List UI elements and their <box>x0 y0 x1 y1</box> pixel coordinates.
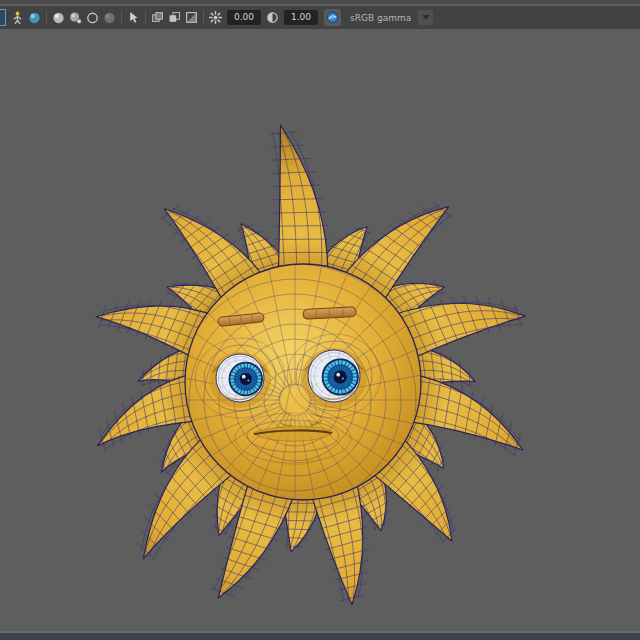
viewport-3d[interactable]: persp <box>0 29 640 631</box>
masked-square-icon[interactable] <box>184 10 199 25</box>
stacked-squares-icon[interactable] <box>167 10 182 25</box>
chevron-down-icon <box>422 15 430 20</box>
toolbar-separator <box>121 10 122 25</box>
exposure-icon[interactable] <box>208 10 223 25</box>
bottom-band <box>0 633 640 640</box>
toolbar-separator <box>203 10 204 25</box>
overlap-squares-icon[interactable] <box>150 10 165 25</box>
panel-toolbar: 0.00 1.00 sRGB gamma <box>0 0 640 29</box>
toolbar-icon-row: 0.00 1.00 sRGB gamma <box>0 6 640 29</box>
wireframe-circle-icon[interactable] <box>85 10 100 25</box>
character-icon[interactable] <box>10 10 25 25</box>
exposure-field[interactable]: 0.00 <box>227 10 261 25</box>
select-cursor-icon[interactable] <box>126 10 141 25</box>
gamma-field[interactable]: 1.00 <box>284 10 318 25</box>
dropdown-arrow-button[interactable] <box>418 10 433 25</box>
gamma-icon[interactable] <box>265 10 280 25</box>
toolbar-separator <box>46 10 47 25</box>
shaded-sphere-icon[interactable] <box>27 10 42 25</box>
view-transform-value: sRGB gamma <box>347 13 418 23</box>
sun-model[interactable] <box>0 29 640 640</box>
material-sphere-icon[interactable] <box>68 10 83 25</box>
selected-display-toggle-icon[interactable] <box>0 9 6 26</box>
lighting-sphere-icon[interactable] <box>51 10 66 25</box>
color-management-icon <box>326 11 339 24</box>
color-management-button[interactable] <box>324 9 341 26</box>
maya-viewport-window: { "window": { "viewport_background": "#5… <box>0 0 640 640</box>
textured-sphere-icon[interactable] <box>102 10 117 25</box>
bottom-bar <box>0 631 640 640</box>
view-transform-dropdown[interactable]: sRGB gamma <box>347 9 433 26</box>
toolbar-separator <box>145 10 146 25</box>
